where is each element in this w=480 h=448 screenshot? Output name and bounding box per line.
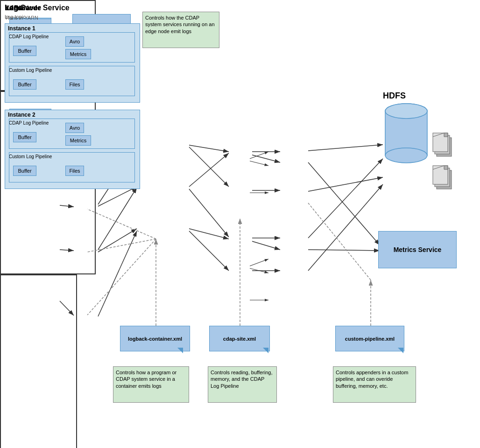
buffer2-box: Buffer xyxy=(13,132,36,142)
instance2-box: Instance 2 CDAP Log Pipeline Buffer Avro… xyxy=(5,110,140,189)
svg-line-31 xyxy=(87,209,156,239)
svg-line-23 xyxy=(308,250,380,251)
svg-line-12 xyxy=(189,145,229,152)
buffer1b-box: Buffer xyxy=(13,79,36,90)
svg-line-9 xyxy=(98,229,137,252)
hdfs-file-stack-bottom xyxy=(432,163,458,194)
instance1-arrows xyxy=(212,105,360,208)
cdap-pipeline1-box: Buffer Avro Metrics xyxy=(9,32,135,63)
instance2-arrows xyxy=(212,212,360,315)
svg-marker-50 xyxy=(444,166,448,169)
svg-line-6 xyxy=(98,187,137,206)
files1-box: Files xyxy=(65,79,84,90)
svg-line-22 xyxy=(308,162,380,245)
svg-line-56 xyxy=(250,259,268,266)
avro1-box: Avro xyxy=(65,36,84,47)
logback-container-fold xyxy=(177,348,183,353)
buffer2b-box: Buffer xyxy=(13,166,36,176)
kafka-box: Kafka Log topic Partition 0 Partition 1 … xyxy=(0,274,77,448)
hdfs-file-stack-top xyxy=(432,131,458,161)
svg-line-57 xyxy=(250,268,268,273)
cdap-site-box: cdap-site.xml xyxy=(209,326,270,351)
svg-line-14 xyxy=(189,153,229,187)
log-saver-sublabel: Runs in YARN xyxy=(6,15,38,21)
svg-line-32 xyxy=(87,239,156,252)
custom-pipeline2-box: Buffer Files xyxy=(9,152,135,182)
log-saver-label: Log Saver Service xyxy=(5,4,70,12)
files2-box: Files xyxy=(65,166,84,176)
svg-point-39 xyxy=(385,148,427,163)
diagram-container: Controls how the CDAP system services ru… xyxy=(0,0,480,448)
instance2-label: Instance 2 xyxy=(5,110,140,119)
svg-line-20 xyxy=(308,159,383,238)
custom-pipeline-fold xyxy=(398,348,403,353)
svg-line-16 xyxy=(189,229,229,239)
cdap-pipeline2-box: Buffer Avro Metrics xyxy=(9,119,135,149)
svg-line-8 xyxy=(98,188,137,250)
hdfs-cylinder xyxy=(383,103,430,163)
svg-line-21 xyxy=(308,184,383,271)
svg-line-19 xyxy=(308,177,383,191)
svg-line-13 xyxy=(189,147,229,187)
svg-line-53 xyxy=(250,161,268,166)
svg-marker-45 xyxy=(444,133,448,137)
svg-line-52 xyxy=(250,152,268,159)
svg-line-28 xyxy=(252,241,280,250)
svg-line-11 xyxy=(98,231,137,316)
logback-note: Controls how the CDAP system services ru… xyxy=(142,12,219,48)
hdfs-label: HDFS xyxy=(383,91,406,101)
cdap-site-note: Controls reading, buffering, memory, and… xyxy=(208,366,277,403)
svg-line-36 xyxy=(308,203,371,280)
metrics2-box: Metrics xyxy=(65,135,91,146)
avro2-box: Avro xyxy=(65,123,84,133)
logback-container-note: Controls how a program or CDAP system se… xyxy=(113,366,189,403)
custom-pipeline-note: Controls appenders in a custom pipeline,… xyxy=(333,366,416,403)
buffer1-box: Buffer xyxy=(13,46,36,56)
metrics-service-box: Metrics Service xyxy=(378,231,457,268)
svg-line-15 xyxy=(189,189,229,237)
custom-pipeline-box: custom-pipeline.xml xyxy=(335,326,404,351)
svg-line-33 xyxy=(87,239,156,315)
svg-line-18 xyxy=(308,145,383,151)
metrics1-box: Metrics xyxy=(65,49,91,59)
cdap-site-fold xyxy=(263,348,268,353)
instance1-box: Instance 1 CDAP Log Pipeline Buffer Avro… xyxy=(5,23,140,103)
custom-pipeline1-box: Buffer Files xyxy=(9,66,135,96)
svg-line-25 xyxy=(252,155,280,162)
svg-line-17 xyxy=(189,231,229,271)
instance1-label: Instance 1 xyxy=(5,24,140,33)
svg-point-40 xyxy=(385,104,427,119)
